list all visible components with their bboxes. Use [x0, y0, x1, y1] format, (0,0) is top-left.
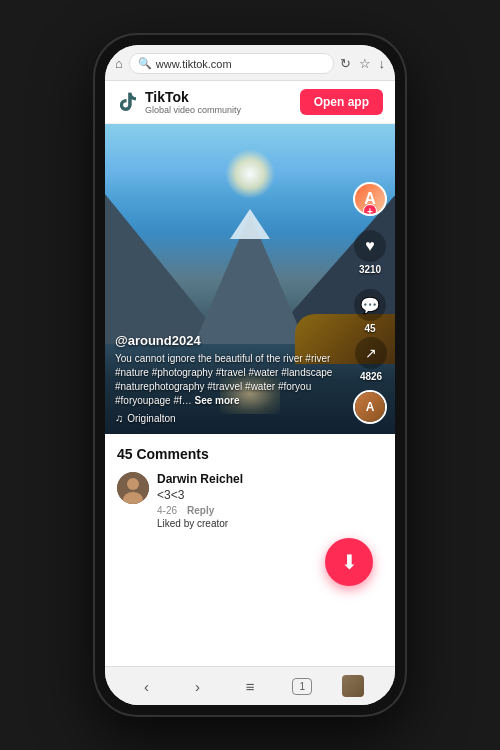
- download-fab-button[interactable]: ⬇: [325, 538, 373, 586]
- share-count: 4826: [360, 371, 382, 382]
- video-controls: A + ♥ 3210 💬 45: [353, 182, 387, 334]
- video-music: ♫ Originalton: [115, 412, 340, 424]
- bookmark-icon[interactable]: ☆: [359, 56, 371, 71]
- comment-username: Darwin Reichel: [157, 472, 383, 486]
- phone-screen: ⌂ 🔍 www.tiktok.com ↻ ☆ ↓: [105, 45, 395, 705]
- comment-icon[interactable]: 💬: [354, 289, 386, 321]
- follow-button[interactable]: +: [363, 204, 377, 216]
- comment-control[interactable]: 💬 45: [354, 289, 386, 334]
- commenter-avatar: [117, 472, 149, 504]
- tab-count-button[interactable]: 1: [292, 678, 312, 695]
- download-page-icon[interactable]: ↓: [379, 56, 386, 71]
- open-app-button[interactable]: Open app: [300, 89, 383, 115]
- video-username: @around2024: [115, 333, 340, 348]
- comment-item: Darwin Reichel <3<3 4-26 Reply Liked by …: [117, 472, 383, 529]
- liked-by-creator-label: Liked by creator: [157, 518, 383, 529]
- comment-content: Darwin Reichel <3<3 4-26 Reply Liked by …: [157, 472, 383, 529]
- share-icon[interactable]: ↗: [355, 337, 387, 369]
- url-bar[interactable]: 🔍 www.tiktok.com: [129, 53, 334, 74]
- snow-cap: [230, 209, 270, 239]
- likes-count: 3210: [359, 264, 381, 275]
- creator-avatar-bottom[interactable]: A: [353, 390, 387, 424]
- home-icon[interactable]: ⌂: [115, 56, 123, 71]
- tiktok-header: TikTok Global video community Open app: [105, 81, 395, 124]
- refresh-icon[interactable]: ↻: [340, 56, 351, 71]
- browser-bottom-nav: ‹ › ≡ 1: [105, 666, 395, 705]
- profile-icon[interactable]: [342, 675, 364, 697]
- video-caption: You cannot ignore the beautiful of the r…: [115, 352, 340, 408]
- tiktok-brand-text: TikTok Global video community: [145, 89, 241, 115]
- video-info: @around2024 You cannot ignore the beauti…: [115, 333, 340, 424]
- back-button[interactable]: ‹: [136, 676, 157, 697]
- comment-text: <3<3: [157, 488, 383, 502]
- see-more-link[interactable]: See more: [195, 395, 240, 406]
- tiktok-tagline: Global video community: [145, 105, 241, 115]
- tiktok-logo-icon: [117, 91, 139, 113]
- comments-section: 45 Comments Darwin Reichel <3<3 4-26 Rep…: [105, 434, 395, 666]
- download-fab-icon: ⬇: [341, 550, 358, 574]
- heart-icon[interactable]: ♥: [354, 230, 386, 262]
- music-note-icon: ♫: [115, 412, 123, 424]
- video-player[interactable]: A + ♥ 3210 💬 45 ↗ 4826: [105, 124, 395, 434]
- tiktok-name: TikTok: [145, 89, 241, 105]
- comment-meta: 4-26 Reply: [157, 505, 383, 516]
- reply-button[interactable]: Reply: [187, 505, 214, 516]
- browser-bar: ⌂ 🔍 www.tiktok.com ↻ ☆ ↓: [105, 45, 395, 81]
- menu-button[interactable]: ≡: [238, 676, 263, 697]
- svg-point-1: [127, 478, 139, 490]
- forward-button[interactable]: ›: [187, 676, 208, 697]
- phone-frame: ⌂ 🔍 www.tiktok.com ↻ ☆ ↓: [95, 35, 405, 715]
- comment-date: 4-26: [157, 505, 177, 516]
- comments-header: 45 Comments: [117, 446, 383, 462]
- music-title: Originalton: [127, 413, 175, 424]
- tiktok-brand: TikTok Global video community: [117, 89, 241, 115]
- share-control[interactable]: ↗ 4826: [355, 337, 387, 382]
- url-text: www.tiktok.com: [156, 58, 325, 70]
- comments-count: 45: [364, 323, 375, 334]
- creator-avatar[interactable]: A +: [353, 182, 387, 216]
- like-control[interactable]: ♥ 3210: [354, 230, 386, 275]
